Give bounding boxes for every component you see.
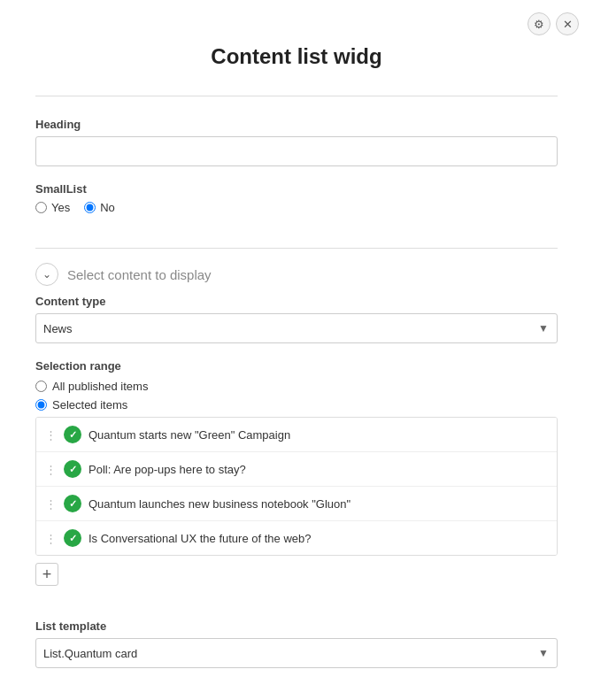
small-list-no-radio[interactable] [84,202,96,213]
close-icon: ✕ [563,18,573,31]
chevron-down-icon: ⌄ [42,268,51,281]
selected-items-radio[interactable] [35,399,47,411]
selected-items-label: Selected items [52,398,127,412]
collapse-button[interactable]: ⌄ [35,263,58,286]
list-template-select[interactable]: List.Quantum card List.Default List.Comp… [35,638,558,668]
gear-icon: ⚙ [534,18,544,31]
small-list-no-label: No [100,201,115,214]
check-icon-4 [64,529,81,547]
selection-range-group: Selection range All published items Sele… [35,359,558,586]
selected-items-option[interactable]: Selected items [35,398,558,412]
content-type-select[interactable]: News Articles Events Pages [35,313,558,343]
settings-button[interactable]: ⚙ [528,12,551,35]
select-content-header: ⌄ Select content to display [0,249,593,295]
selection-range-label: Selection range [35,359,558,373]
list-template-label: List template [35,619,558,633]
heading-section: Heading SmallList Yes No [0,96,593,248]
select-content-title: Select content to display [67,267,212,282]
small-list-yes-radio[interactable] [35,202,47,213]
heading-label: Heading [35,118,558,131]
content-type-group: Content type News Articles Events Pages … [35,295,558,343]
add-item-button[interactable]: + [35,563,58,586]
drag-handle-icon[interactable]: ⋮ [45,497,57,511]
selected-items-list: ⋮ Quantum starts new "Green" Campaign ⋮ … [35,417,558,556]
item-text-4: Is Conversational UX the future of the w… [89,532,311,545]
small-list-field-group: SmallList Yes No [35,182,558,214]
item-text-3: Quantum launches new business notebook "… [89,497,350,511]
list-template-select-wrapper: List.Quantum card List.Default List.Comp… [35,638,558,668]
heading-input[interactable] [35,136,558,166]
check-icon-1 [64,426,81,443]
small-list-yes-label: Yes [51,201,70,214]
list-template-section: List template List.Quantum card List.Def… [0,619,593,695]
check-icon-2 [64,460,81,478]
close-button[interactable]: ✕ [556,12,579,35]
all-published-option[interactable]: All published items [35,380,558,393]
item-text-1: Quantum starts new "Green" Campaign [89,428,290,442]
small-list-label: SmallList [35,182,558,196]
drag-handle-icon[interactable]: ⋮ [45,428,57,442]
heading-field-group: Heading [35,118,558,166]
list-item: ⋮ Poll: Are pop-ups here to stay? [36,452,557,487]
drag-handle-icon[interactable]: ⋮ [45,532,57,545]
list-item: ⋮ Is Conversational UX the future of the… [36,521,557,555]
all-published-label: All published items [52,380,148,393]
item-text-2: Poll: Are pop-ups here to stay? [89,463,246,476]
content-type-label: Content type [35,295,558,308]
content-type-select-wrapper: News Articles Events Pages ▼ [35,313,558,343]
small-list-radio-group: Yes No [35,201,558,214]
small-list-no-option[interactable]: No [84,201,115,214]
all-published-radio[interactable] [35,381,47,392]
list-item: ⋮ Quantum launches new business notebook… [36,487,557,521]
check-icon-3 [64,495,81,512]
content-section: Content type News Articles Events Pages … [0,295,593,619]
page-title: Content list widg [0,0,593,96]
small-list-yes-option[interactable]: Yes [35,201,70,214]
list-item: ⋮ Quantum starts new "Green" Campaign [36,418,557,452]
drag-handle-icon[interactable]: ⋮ [45,463,57,476]
